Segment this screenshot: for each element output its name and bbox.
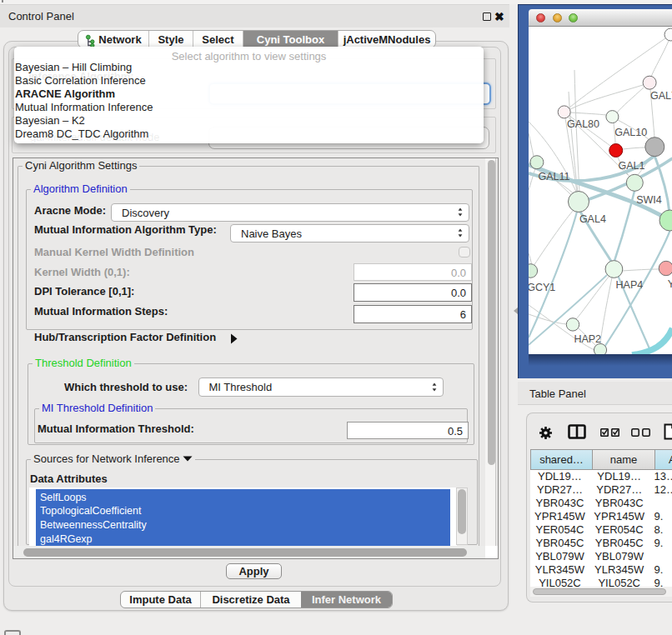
svg-text:GAL11: GAL11	[538, 171, 569, 182]
svg-text:GAL7: GAL7	[650, 90, 672, 102]
svg-text:HAP4: HAP4	[615, 279, 643, 291]
svg-text:GAL4: GAL4	[579, 213, 605, 225]
svg-text:Y: Y	[667, 278, 672, 290]
svg-text:HAP2: HAP2	[574, 333, 601, 345]
svg-text:SWI4: SWI4	[636, 194, 662, 206]
svg-text:GAL80: GAL80	[567, 118, 599, 130]
svg-text:GCY1: GCY1	[529, 282, 555, 293]
svg-text:GAL10: GAL10	[614, 127, 647, 138]
svg-text:GAL1: GAL1	[618, 160, 644, 172]
